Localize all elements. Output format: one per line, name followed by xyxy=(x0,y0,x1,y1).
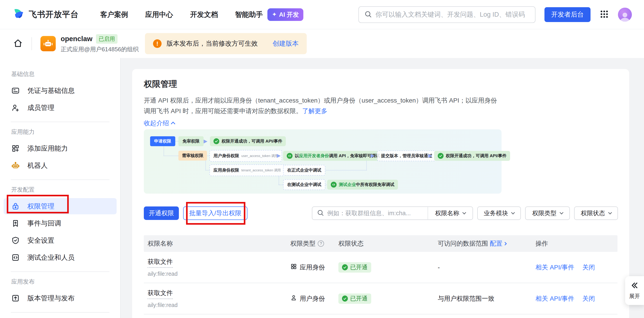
divider xyxy=(11,312,110,312)
top-nav: 飞书开放平台 客户案例 应用中心 开发文档 智能助手 AI 开发 开发者后台 xyxy=(0,0,644,29)
nav-item-assistant[interactable]: 智能助手 xyxy=(235,10,263,19)
filter-status-dropdown[interactable]: 权限状态 xyxy=(574,206,618,220)
close-permission-link[interactable]: 关闭 xyxy=(582,294,595,303)
flow-test-chip-label: 测试企业中所有权限免审调试 xyxy=(339,182,394,188)
brand-title: 飞书开放平台 xyxy=(29,9,79,20)
content-area: 权限管理 开通 API 权限后，应用才能以应用身份（tenant_access_… xyxy=(121,58,644,318)
user-avatar[interactable] xyxy=(618,8,632,22)
warning-icon: ! xyxy=(153,39,162,48)
table-row: 获取文件 aily:file:read 用户身份 xyxy=(144,283,618,314)
open-permission-button[interactable]: 开通权限 xyxy=(144,206,179,220)
divider xyxy=(11,271,110,272)
permission-name[interactable]: 获取文件 xyxy=(148,289,173,299)
sidebar-item-credentials[interactable]: 凭证与基础信息 xyxy=(4,83,116,99)
flow-success-label: 权限开通成功，可调用 API/事件 xyxy=(446,153,506,159)
double-chevron-left-icon xyxy=(630,281,638,290)
page-title: 权限管理 xyxy=(144,79,177,90)
permission-name[interactable]: 获取文件 xyxy=(148,257,173,268)
close-permission-link[interactable]: 关闭 xyxy=(582,263,595,272)
expand-label: 展开 xyxy=(629,292,640,300)
flow-success-label: 权限开通成功，可调用 API/事件 xyxy=(222,138,282,144)
developer-console-button[interactable]: 开发者后台 xyxy=(544,7,590,22)
permission-code: aily:file:read xyxy=(148,302,290,308)
create-version-link[interactable]: 创建版本 xyxy=(272,39,299,48)
code-square-icon xyxy=(11,253,20,262)
scope-config-link[interactable]: 配置 xyxy=(490,239,502,248)
apps-grid-icon[interactable] xyxy=(600,10,609,20)
divider xyxy=(11,122,110,122)
sidebar-item-bot[interactable]: 机器人 xyxy=(4,157,116,174)
sidebar-item-members[interactable]: 成员管理 xyxy=(4,100,116,116)
related-api-link[interactable]: 相关 API/事件 xyxy=(536,263,574,272)
permission-type-cell: 用户身份 xyxy=(290,294,338,303)
flow-test-debug-node: 在测试企业中调试 xyxy=(283,179,325,190)
sidebar-item-events[interactable]: 事件与回调 xyxy=(4,215,116,231)
status-label: 已开通 xyxy=(350,295,368,302)
nav-item-docs[interactable]: 开发文档 xyxy=(190,10,218,19)
status-badge: 已开通 xyxy=(338,262,371,272)
global-search-box[interactable] xyxy=(358,6,536,23)
filter-name-dropdown[interactable]: 权限名称 xyxy=(428,209,472,217)
connector xyxy=(325,170,367,170)
brand[interactable]: 飞书开放平台 xyxy=(12,8,79,21)
check-circle-icon xyxy=(214,138,219,144)
col-permission-type: 权限类型 xyxy=(290,239,338,248)
arrow-right-icon: ▶ xyxy=(428,153,432,158)
ai-dev-badge[interactable]: AI 开发 xyxy=(268,8,303,21)
permission-search-input[interactable] xyxy=(327,210,423,217)
connector xyxy=(279,185,283,185)
home-icon[interactable] xyxy=(13,38,23,49)
filter-type-dropdown[interactable]: 权限类型 xyxy=(525,206,570,220)
page-description: 开通 API 权限后，应用才能以应用身份（tenant_access_token… xyxy=(144,95,521,116)
learn-more-link[interactable]: 了解更多 xyxy=(302,108,328,115)
divider xyxy=(11,179,110,180)
debug-circle-icon xyxy=(331,182,336,188)
table-header: 权限名称 权限类型 权限状态 可访问的数据范围 配置 操作 xyxy=(144,235,618,252)
desc-line2: 调用飞书 API 时，应用可能还需要申请对应的数据权限。 xyxy=(144,108,302,115)
col-permission-name: 权限名称 xyxy=(144,239,290,248)
arrow-right-icon: ▶ xyxy=(371,153,374,158)
sidebar-item-label: 机器人 xyxy=(28,161,48,170)
global-search-input[interactable] xyxy=(376,11,530,18)
help-icon[interactable] xyxy=(318,240,324,247)
status-badge-enabled: 已启用 xyxy=(96,34,118,44)
permission-type: 应用身份 xyxy=(300,263,325,272)
banner-text: 版本发布后，当前修改方可生效 xyxy=(166,39,258,48)
person-add-icon xyxy=(11,103,20,112)
chevron-up-icon xyxy=(171,122,175,126)
sidebar-item-label: 成员管理 xyxy=(28,103,54,112)
sidebar-item-version-release[interactable]: 版本管理与发布 xyxy=(4,290,116,306)
sidebar-item-security[interactable]: 安全设置 xyxy=(4,232,116,248)
nav-item-cases[interactable]: 客户案例 xyxy=(100,10,128,19)
related-api-link[interactable]: 相关 API/事件 xyxy=(536,294,574,303)
flow-no-review-node: 免审权限 xyxy=(178,136,204,146)
filter-module-dropdown[interactable]: 业务模块 xyxy=(477,206,521,220)
permission-status-cell: 已开通 xyxy=(338,262,438,272)
sidebar-item-label: 事件与回调 xyxy=(28,219,61,228)
permission-card: 权限管理 开通 API 权限后，应用才能以应用身份（tenant_access_… xyxy=(132,69,629,318)
permission-code: aily:file:read xyxy=(148,270,290,277)
sidebar-item-label: 凭证与基础信息 xyxy=(28,86,74,95)
collapse-intro-link[interactable]: 收起介绍 xyxy=(144,119,175,128)
upload-square-icon xyxy=(11,294,20,302)
flow-apply-node: 申请权限 xyxy=(150,136,175,146)
nav-item-appcenter[interactable]: 应用中心 xyxy=(145,10,173,19)
flow-test-chip: 测试企业中所有权限免审调试 xyxy=(327,180,398,190)
actions-cell: 相关 API/事件 关闭 xyxy=(536,263,618,272)
permission-type-cell: 应用身份 xyxy=(290,263,338,272)
permission-status-cell: 已开通 xyxy=(338,293,438,304)
sidebar-item-add-capability[interactable]: 添加应用能力 xyxy=(4,140,116,157)
sidebar: 基础信息 凭证与基础信息 成员管理 应用能力 添加应用能力 xyxy=(0,58,121,318)
sidebar-item-test-enterprise[interactable]: 测试企业和人员 xyxy=(4,249,116,266)
col-permission-status: 权限状态 xyxy=(338,239,438,248)
flow-user-perm-node: 用户身份权限 user_access_token 调用 xyxy=(210,150,282,162)
group-app-capability: 应用能力 xyxy=(0,128,120,136)
permission-search-box[interactable] xyxy=(312,209,428,217)
connector xyxy=(206,170,210,170)
desc-line1: 开通 API 权限后，应用才能以应用身份（tenant_access_token… xyxy=(144,97,497,104)
check-circle-icon xyxy=(438,153,444,159)
permission-name-cell: 获取文件 aily:file:read xyxy=(144,289,290,308)
flow-submit-node: 提交版本，管理员审核通过 xyxy=(377,150,436,161)
connector xyxy=(279,176,279,185)
expand-panel-button[interactable]: 展开 xyxy=(625,276,644,305)
